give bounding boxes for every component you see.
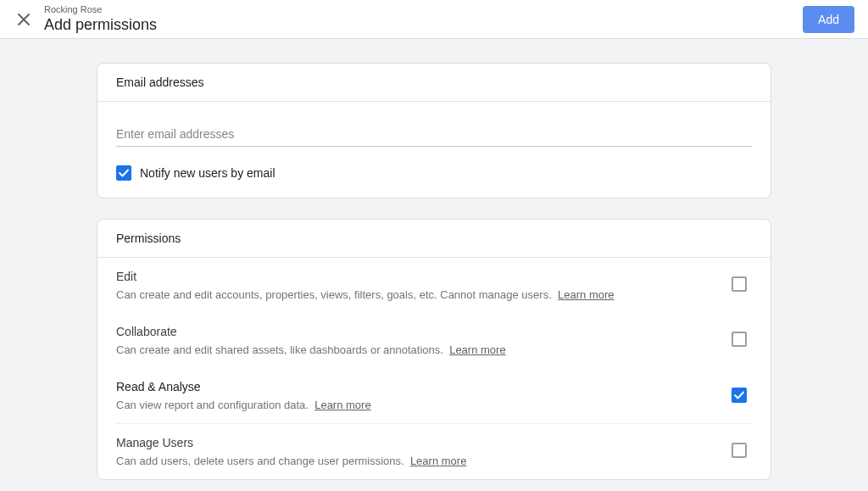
breadcrumb: Rocking Rose [44, 4, 803, 15]
permission-title: Manage Users [116, 436, 732, 449]
notify-checkbox[interactable] [116, 165, 131, 181]
close-button[interactable] [14, 9, 34, 30]
permission-checkbox-collaborate[interactable] [732, 332, 747, 347]
email-input[interactable] [116, 124, 752, 147]
email-heading: Email addresses [97, 64, 771, 102]
permission-title: Edit [116, 270, 732, 283]
permissions-card: Permissions Edit Can create and edit acc… [97, 219, 771, 480]
permission-desc: Can create and edit accounts, properties… [116, 288, 732, 301]
permission-checkbox-read-analyse[interactable] [732, 388, 747, 403]
permission-row-manage-users: Manage Users Can add users, delete users… [97, 424, 771, 479]
page-title: Add permissions [44, 15, 803, 34]
notify-label: Notify new users by email [140, 166, 275, 180]
learn-more-link[interactable]: Learn more [314, 399, 370, 411]
permission-row-edit: Edit Can create and edit accounts, prope… [97, 258, 771, 313]
permission-checkbox-edit[interactable] [732, 276, 747, 292]
check-icon [733, 389, 745, 401]
permission-row-read-analyse: Read & Analyse Can view report and confi… [97, 368, 771, 423]
permission-desc: Can view report and configuration data. … [116, 399, 732, 411]
header-bar: Rocking Rose Add permissions Add [0, 0, 868, 39]
content: Email addresses Notify new users by emai… [0, 39, 868, 480]
email-card: Email addresses Notify new users by emai… [97, 63, 771, 198]
check-icon [118, 167, 130, 179]
email-body: Notify new users by email [97, 102, 771, 198]
learn-more-link[interactable]: Learn more [449, 343, 505, 356]
add-button[interactable]: Add [803, 6, 854, 33]
permission-title: Collaborate [116, 325, 732, 338]
learn-more-link[interactable]: Learn more [558, 288, 614, 301]
close-icon [18, 14, 30, 25]
permission-title: Read & Analyse [116, 380, 732, 393]
permissions-heading: Permissions [97, 220, 771, 258]
learn-more-link[interactable]: Learn more [410, 455, 466, 467]
permission-checkbox-manage-users[interactable] [732, 443, 747, 458]
permission-row-collaborate: Collaborate Can create and edit shared a… [97, 313, 771, 368]
notify-row: Notify new users by email [116, 165, 752, 184]
permission-desc: Can create and edit shared assets, like … [116, 343, 732, 356]
header-text: Rocking Rose Add permissions [44, 4, 803, 34]
permission-desc: Can add users, delete users and change u… [116, 455, 732, 467]
